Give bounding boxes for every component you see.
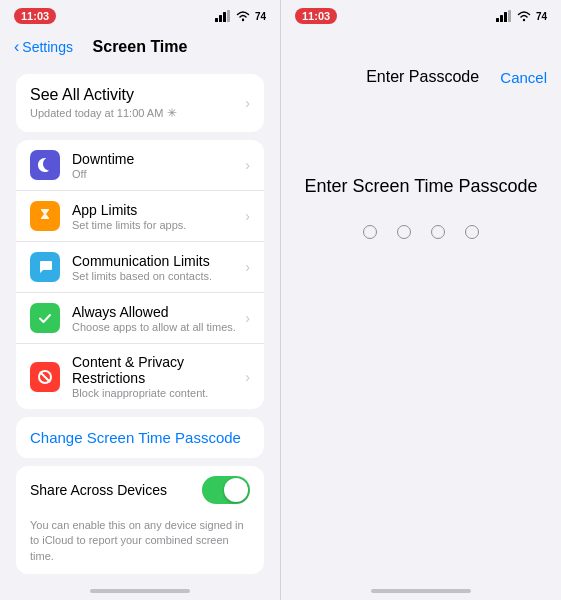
cancel-button[interactable]: Cancel [500,69,547,86]
communication-limits-title: Communication Limits [72,253,237,269]
toggle-knob [224,478,248,502]
app-limits-item[interactable]: App Limits Set time limits for apps. › [16,191,264,242]
app-limits-text: App Limits Set time limits for apps. [72,202,237,231]
downtime-item[interactable]: Downtime Off › [16,140,264,191]
content-privacy-subtitle: Block inappropriate content. [72,387,237,399]
communication-limits-icon [30,252,60,282]
home-indicator-left [0,582,280,600]
svg-rect-8 [500,15,503,22]
content-privacy-chevron-icon: › [245,369,250,385]
menu-items-card: Downtime Off › App Limits Set time limit… [16,140,264,409]
downtime-title: Downtime [72,151,237,167]
always-allowed-title: Always Allowed [72,304,237,320]
downtime-subtitle: Off [72,168,237,180]
svg-rect-10 [508,10,511,22]
wifi-icon [235,10,251,22]
communication-limits-text: Communication Limits Set limits based on… [72,253,237,282]
share-section: Share Across Devices You can enable this… [16,466,264,574]
see-all-chevron-icon: › [245,95,250,111]
svg-line-6 [41,372,50,381]
signal-icon-right [496,10,512,22]
battery-level-left: 74 [255,11,266,22]
downtime-chevron-icon: › [245,157,250,173]
page-title: Screen Time [93,38,188,56]
svg-rect-9 [504,12,507,22]
chat-svg [36,258,54,276]
share-note: You can enable this on any device signed… [16,514,264,574]
share-toggle[interactable] [202,476,250,504]
change-passcode-section: Change Screen Time Passcode [16,417,264,458]
svg-rect-3 [227,10,230,22]
passcode-dot-4 [465,225,479,239]
app-limits-icon [30,201,60,231]
spinner-icon: ✳︎ [167,106,177,120]
home-bar-right [371,589,471,593]
right-nav-bar: Enter Passcode Cancel [281,60,561,96]
see-all-activity-item[interactable]: See All Activity Updated today at 11:00 … [16,74,264,132]
svg-rect-1 [219,15,222,22]
battery-level-right: 74 [536,11,547,22]
app-limits-subtitle: Set time limits for apps. [72,219,237,231]
downtime-text: Downtime Off [72,151,237,180]
see-all-text: See All Activity Updated today at 11:00 … [30,86,177,120]
svg-rect-0 [215,18,218,22]
status-icons-right: 74 [496,10,547,22]
content-privacy-item[interactable]: Content & Privacy Restrictions Block ina… [16,344,264,409]
svg-point-11 [523,19,525,21]
passcode-dots-row [363,225,479,239]
left-panel: 11:03 74 ‹ Settings Screen Time [0,0,280,600]
check-svg [36,309,54,327]
passcode-dot-2 [397,225,411,239]
status-bar-right: 11:03 74 [281,0,561,30]
status-bar-left: 11:03 74 [0,0,280,30]
enter-passcode-nav-title: Enter Passcode [366,68,479,86]
app-limits-title: App Limits [72,202,237,218]
home-bar-left [90,589,190,593]
share-label: Share Across Devices [30,482,167,498]
passcode-prompt: Enter Screen Time Passcode [304,176,537,197]
passcode-dot-3 [431,225,445,239]
back-label[interactable]: Settings [22,39,73,55]
see-all-subtitle: Updated today at 11:00 AM ✳︎ [30,106,177,120]
downtime-icon [30,150,60,180]
status-time-right: 11:03 [295,8,337,24]
home-indicator-right [281,582,561,600]
svg-rect-7 [496,18,499,22]
passcode-dot-1 [363,225,377,239]
see-all-title: See All Activity [30,86,177,104]
communication-limits-chevron-icon: › [245,259,250,275]
communication-limits-subtitle: Set limits based on contacts. [72,270,237,282]
status-icons-left: 74 [215,10,266,22]
always-allowed-icon [30,303,60,333]
content-privacy-icon [30,362,60,392]
content-area: See All Activity Updated today at 11:00 … [0,66,280,582]
back-chevron-icon: ‹ [14,38,19,56]
signal-icon [215,10,231,22]
back-button[interactable]: ‹ Settings [14,39,73,56]
see-all-activity-card: See All Activity Updated today at 11:00 … [16,74,264,132]
passcode-content: Enter Screen Time Passcode [281,96,561,582]
communication-limits-item[interactable]: Communication Limits Set limits based on… [16,242,264,293]
always-allowed-subtitle: Choose apps to allow at all times. [72,321,237,333]
content-privacy-text: Content & Privacy Restrictions Block ina… [72,354,237,399]
always-allowed-chevron-icon: › [245,310,250,326]
always-allowed-item[interactable]: Always Allowed Choose apps to allow at a… [16,293,264,344]
right-panel: 11:03 74 Enter Passcode Cancel Enter Scr… [281,0,561,600]
status-time-left: 11:03 [14,8,56,24]
share-across-devices-row: Share Across Devices [16,466,264,514]
nav-bar-left: ‹ Settings Screen Time [0,30,280,66]
content-privacy-title: Content & Privacy Restrictions [72,354,237,386]
wifi-icon-right [516,10,532,22]
svg-rect-2 [223,12,226,22]
always-allowed-text: Always Allowed Choose apps to allow at a… [72,304,237,333]
svg-point-4 [242,19,244,21]
block-svg [36,368,54,386]
change-passcode-button[interactable]: Change Screen Time Passcode [16,417,264,458]
moon-svg [36,156,54,174]
app-limits-chevron-icon: › [245,208,250,224]
hourglass-svg [36,207,54,225]
